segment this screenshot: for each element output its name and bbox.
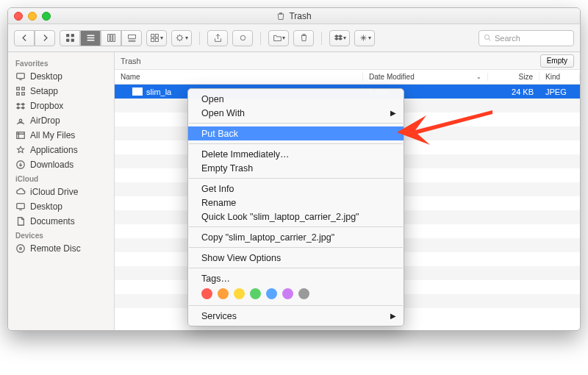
column-view-button[interactable] [101,30,121,46]
sidebar-item-dropbox[interactable]: Dropbox [8,99,114,113]
sidebar-item-downloads[interactable]: Downloads [8,157,114,172]
airdrop-icon [15,115,26,126]
svg-rect-1 [71,35,74,37]
tag-color-dot[interactable] [201,288,212,299]
submenu-arrow-icon: ▶ [390,312,396,320]
cloud-icon [15,187,26,197]
arrange-button[interactable]: ▾ [146,30,167,46]
sidebar-item-label: Documents [30,216,75,226]
search-input[interactable]: Search [478,30,574,46]
menu-item-delete-immediately[interactable]: Delete Immediately… [188,147,404,161]
svg-rect-6 [112,35,114,42]
empty-trash-button[interactable]: Empty [540,54,574,68]
svg-rect-18 [17,93,20,96]
file-kind: JPEG [539,88,580,96]
sidebar-item-all-my-files[interactable]: All My Files [8,128,114,143]
column-size[interactable]: Size [488,73,539,81]
menu-item-rename[interactable]: Rename [188,196,404,210]
close-window-button[interactable] [14,12,23,21]
zoom-window-button[interactable] [42,12,51,21]
svg-rect-2 [66,39,68,41]
disc-icon [15,243,26,254]
sidebar-item-label: Applications [30,145,78,155]
list-view-button[interactable] [80,30,101,46]
menu-item-label: Delete Immediately… [201,149,290,160]
svg-point-20 [19,119,22,122]
sidebar-item-label: iCloud Drive [30,187,78,197]
menu-separator [189,226,403,227]
share-button[interactable] [207,30,228,46]
sidebar-item-label: Desktop [30,71,62,82]
column-date[interactable]: Date Modified⌄ [363,73,488,81]
forward-button[interactable] [35,30,55,46]
svg-rect-0 [66,35,68,37]
delete-button[interactable] [293,30,314,46]
sidebar-item-desktop[interactable]: Desktop [8,69,114,84]
svg-rect-5 [110,35,112,42]
coverflow-view-button[interactable] [121,30,142,46]
action-button[interactable]: ▾ [171,30,192,46]
desktop-icon [15,201,26,212]
file-thumbnail-icon [132,88,143,96]
sort-indicator-icon: ⌄ [476,74,481,80]
svg-rect-17 [22,88,25,90]
back-button[interactable] [14,30,35,46]
annotation-arrow [397,107,492,154]
sidebar-item-documents[interactable]: Documents [8,214,114,229]
toolbar: ▾ ▾ ▾ ▾ ▾ Search [8,24,580,52]
sidebar-item-label: All My Files [30,130,75,140]
svg-point-25 [20,248,22,250]
menu-item-open[interactable]: Open [188,92,404,106]
downloads-icon [15,160,26,170]
menu-item-put-back[interactable]: Put Back [188,126,404,140]
menu-item-label: Rename [201,198,236,208]
apps-icon [15,145,26,155]
misc-toolbar-button[interactable]: ▾ [354,30,375,46]
sidebar-item-label: Desktop [30,201,62,212]
menu-item-open-with[interactable]: Open With▶ [188,106,404,120]
svg-rect-8 [151,35,154,38]
doc-icon [15,216,26,226]
menu-item-tags[interactable]: Tags… [188,271,404,285]
svg-point-24 [17,245,25,253]
sidebar-item-applications[interactable]: Applications [8,143,114,157]
sidebar-item-setapp[interactable]: Setapp [8,84,114,99]
tags-button[interactable] [232,30,253,46]
tag-color-dot[interactable] [218,288,229,299]
menu-item-services[interactable]: Services▶ [188,309,404,323]
sidebar-item-desktop[interactable]: Desktop [8,199,114,214]
location-label: Trash [121,57,141,65]
tag-color-dot[interactable] [298,288,309,299]
icon-view-button[interactable] [60,30,80,46]
menu-item-empty-trash[interactable]: Empty Trash [188,161,404,175]
dropbox-toolbar-button[interactable]: ▾ [329,30,350,46]
menu-item-quick-look-slim-laptop-carrier-2-jpg[interactable]: Quick Look "slim_laptop_carrier_2.jpg" [188,210,404,224]
svg-rect-23 [17,204,25,209]
tag-color-dot[interactable] [282,288,293,299]
menu-item-label: Empty Trash [201,163,253,174]
menu-separator [189,123,403,124]
tag-color-dot[interactable] [250,288,261,299]
svg-rect-10 [151,38,154,41]
column-kind[interactable]: Kind [539,73,580,81]
menu-item-show-view-options[interactable]: Show View Options [188,251,404,265]
menu-item-label: Show View Options [201,253,281,263]
tag-color-dot[interactable] [234,288,245,299]
context-menu: OpenOpen With▶Put BackDelete Immediately… [187,88,404,326]
menu-separator [189,305,403,306]
sidebar-item-airdrop[interactable]: AirDrop [8,113,114,128]
menu-tags-row [188,285,404,302]
column-name[interactable]: Name [115,73,363,81]
new-folder-button[interactable]: ▾ [268,30,289,46]
tag-color-dot[interactable] [266,288,277,299]
svg-rect-11 [155,38,158,41]
sidebar-item-icloud-drive[interactable]: iCloud Drive [8,185,114,199]
sidebar-item-label: AirDrop [30,115,60,126]
window-title: Trash [8,11,580,21]
sidebar-header: Devices [8,229,114,241]
minimize-window-button[interactable] [28,12,37,21]
sidebar-item-remote-disc[interactable]: Remote Disc [8,241,114,256]
svg-rect-19 [22,93,25,96]
menu-item-copy-slim-laptop-carrier-2-jpg[interactable]: Copy "slim_laptop_carrier_2.jpg" [188,230,404,244]
menu-item-get-info[interactable]: Get Info [188,182,404,196]
